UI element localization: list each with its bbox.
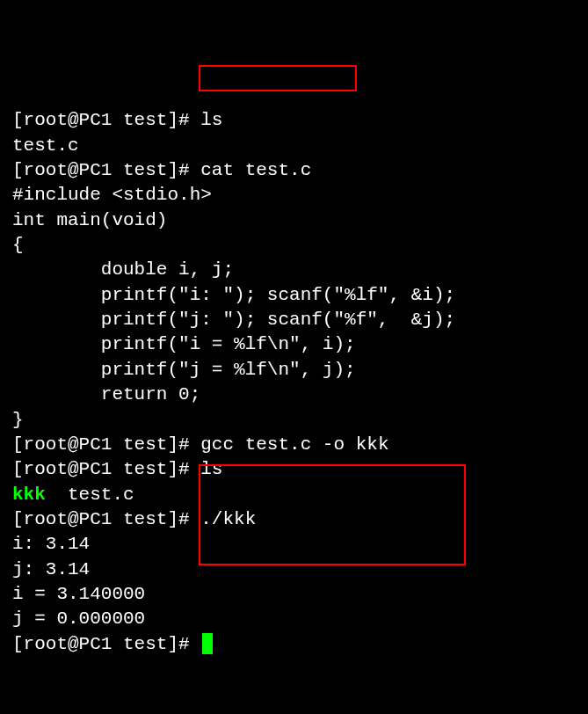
source-code-line: #include <stdio.h> [12,183,576,208]
shell-prompt: [root@PC1 test]# [12,160,200,180]
command-text: ls [200,459,222,479]
executable-file: kkk [12,484,46,505]
program-output: i: 3.14 [12,532,576,557]
source-code-line: int main(void) [12,208,576,233]
terminal-output: test.c [12,134,576,158]
program-output: j = 0.000000 [12,607,576,631]
shell-prompt: [root@PC1 test]# [12,459,200,479]
shell-prompt: [root@PC1 test]# [12,434,200,455]
shell-prompt: [root@PC1 test]# [12,634,200,654]
source-code-line: double i, j; [12,258,576,282]
source-code-line: } [12,408,576,433]
source-code-line: printf("j: "); scanf("%f", &j); [12,308,576,332]
command-text: gcc test.c -o kkk [200,434,388,455]
cursor-icon [202,633,213,654]
terminal-line: [root@PC1 test]# cat test.c [12,158,576,183]
terminal-line: [root@PC1 test]# gcc test.c -o kkk [12,433,576,457]
command-text: cat test.c [200,160,311,180]
program-output: j: 3.14 [12,557,576,582]
terminal-line[interactable]: [root@PC1 test]# [12,632,576,657]
file-name: test.c [46,484,134,505]
source-code-line: printf("j = %lf\n", j); [12,358,576,382]
shell-prompt: [root@PC1 test]# [12,110,200,130]
source-code-line: printf("i = %lf\n", i); [12,332,576,357]
highlight-annotation [199,65,357,91]
terminal-line: [root@PC1 test]# ls [12,457,576,482]
source-code-line: return 0; [12,382,576,407]
command-text: ls [200,110,222,130]
source-code-line: { [12,233,576,258]
shell-prompt: [root@PC1 test]# [12,509,200,529]
program-output: i = 3.140000 [12,582,576,607]
terminal-line: [root@PC1 test]# ls [12,108,576,133]
source-code-line: printf("i: "); scanf("%lf", &i); [12,283,576,308]
command-text: ./kkk [200,509,256,529]
terminal-output: kkk test.c [12,483,576,507]
terminal-line: [root@PC1 test]# ./kkk [12,507,576,532]
